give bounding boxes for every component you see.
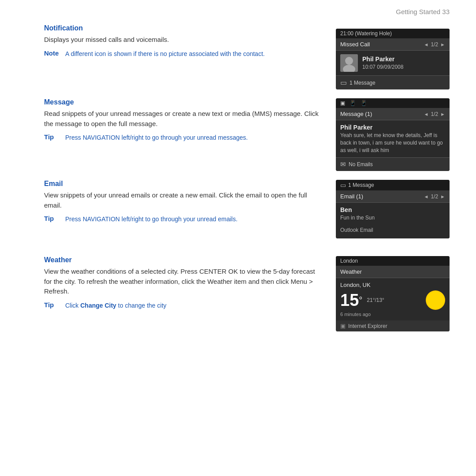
notification-note: Note A different icon is shown if there … <box>44 49 323 59</box>
email-panel-content: Ben Fun in the Sun Outlook Email <box>336 203 450 238</box>
message-desc: Read snippets of your unread messages or… <box>44 109 323 129</box>
weather-panel-footer: ▣ Internet Explorer <box>336 320 450 331</box>
notification-panel-topbar: 21:00 (Watering Hole) <box>336 29 450 38</box>
email-text: Email View snippets of your unread email… <box>44 180 336 224</box>
notification-panel: 21:00 (Watering Hole) Missed Call ◄ 1/2 … <box>336 29 450 89</box>
notification-desc: Displays your missed calls and voicemail… <box>44 35 323 45</box>
email-tip: Tip Press NAVIGATION left/right to go th… <box>44 215 323 224</box>
email-tip-text: Press NAVIGATION left/right to go throug… <box>65 215 238 224</box>
weather-desc: View the weather conditions of a selecte… <box>44 267 323 297</box>
message-panel-footer: ✉ No Emails <box>336 157 450 171</box>
message-panel-content: Phil Parker Yeah sure, let me know the d… <box>336 120 450 157</box>
message-panel: ▣ 📱 📱 Message (1) ◄ 1/2 ► Phil Parker Ye… <box>336 98 450 171</box>
page-header: Getting Started 33 <box>0 0 476 20</box>
email-panel: ▭ 1 Message Email (1) ◄ 1/2 ► Ben Fun in… <box>336 180 450 238</box>
message-tip-text: Press NAVIGATION left/right to go throug… <box>65 133 248 142</box>
msg-icon-email: ▭ <box>340 182 346 189</box>
message-panel-topbar: ▣ 📱 📱 <box>336 98 450 108</box>
section-message: Message Read snippets of your unread mes… <box>44 98 450 171</box>
section-weather: Weather View the weather conditions of a… <box>44 256 450 331</box>
browser-icon: ▣ <box>340 323 346 329</box>
weather-panel-topbar: London <box>336 256 450 266</box>
section-notification: Notification Displays your missed calls … <box>44 24 450 89</box>
tip-label-weather: Tip <box>44 301 61 310</box>
email-nav: ◄ 1/2 ► <box>424 193 445 200</box>
email-panel-topbar: ▭ 1 Message <box>336 180 450 190</box>
email-account: Outlook Email <box>340 225 445 235</box>
weather-title: Weather <box>44 256 323 264</box>
notification-panel-footer: ▭ 1 Message <box>336 75 450 89</box>
tip-label-email: Tip <box>44 215 61 224</box>
email-panel-row: Email (1) ◄ 1/2 ► <box>336 190 450 203</box>
email-desc: View snippets of your unread emails or c… <box>44 190 323 210</box>
section-email: Email View snippets of your unread email… <box>44 180 450 238</box>
notification-panel-content: Phil Parker 10:07 09/09/2008 <box>336 51 450 75</box>
weather-text: Weather View the weather conditions of a… <box>44 256 336 310</box>
email-title: Email <box>44 180 323 188</box>
message-nav: ◄ 1/2 ► <box>424 111 445 117</box>
weather-tip: Tip Click Change City to change the city <box>44 301 323 310</box>
notification-title: Notification <box>44 24 323 32</box>
notification-text: Notification Displays your missed calls … <box>44 24 336 59</box>
sun-icon <box>426 290 445 310</box>
message-icon: ▭ <box>340 78 347 87</box>
avatar <box>340 54 358 72</box>
note-label: Note <box>44 49 61 59</box>
header-text: Getting Started 33 <box>396 8 450 15</box>
weather-panel: London Weather London, UK 15° 21°/13° 6 … <box>336 256 450 331</box>
notification-panel-row: Missed Call ◄ 1/2 ► <box>336 38 450 51</box>
weather-tip-text: Click Change City to change the city <box>65 301 167 310</box>
svg-point-1 <box>345 57 353 65</box>
message-text: Message Read snippets of your unread mes… <box>44 98 336 142</box>
message-panel-row: Message (1) ◄ 1/2 ► <box>336 108 450 120</box>
weather-panel-header: Weather <box>336 266 450 278</box>
weather-panel-content: London, UK 15° 21°/13° 6 minutes ago <box>336 278 450 320</box>
message-title: Message <box>44 98 323 106</box>
message-tip: Tip Press NAVIGATION left/right to go th… <box>44 133 323 142</box>
note-text: A different icon is shown if there is no… <box>65 49 265 59</box>
tip-label-message: Tip <box>44 133 61 142</box>
email-icon: ✉ <box>340 160 346 168</box>
notification-nav: ◄ 1/2 ► <box>424 41 445 48</box>
